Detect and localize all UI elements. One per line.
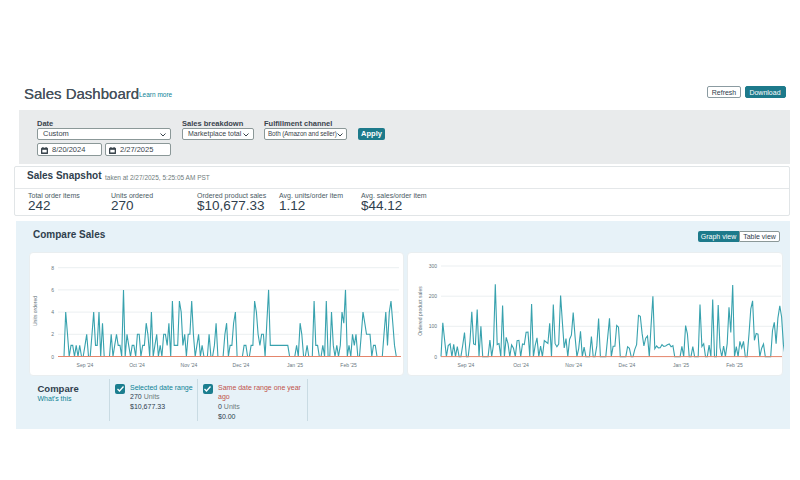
svg-text:Ordered product sales: Ordered product sales [417,286,423,336]
svg-text:Feb '25: Feb '25 [340,362,357,368]
svg-text:Units ordered: Units ordered [32,296,38,326]
svg-text:200: 200 [429,293,438,299]
svg-text:2: 2 [51,331,54,337]
svg-text:Dec '24: Dec '24 [233,362,250,368]
svg-text:0: 0 [434,354,437,360]
svg-text:100: 100 [429,323,438,329]
svg-text:Nov '24: Nov '24 [565,362,582,368]
svg-text:Oct '24: Oct '24 [513,362,529,368]
svg-text:8: 8 [51,265,54,271]
svg-text:Sep '24: Sep '24 [458,362,475,368]
svg-text:Feb '25: Feb '25 [726,362,743,368]
svg-text:Oct '24: Oct '24 [129,362,145,368]
svg-text:Sep '24: Sep '24 [77,362,94,368]
svg-text:6: 6 [51,287,54,293]
svg-text:300: 300 [429,263,438,269]
svg-text:Jan '25: Jan '25 [673,362,689,368]
svg-text:Nov '24: Nov '24 [181,362,198,368]
svg-text:Dec '24: Dec '24 [619,362,636,368]
svg-text:Jan '25: Jan '25 [287,362,303,368]
svg-text:0: 0 [51,354,54,360]
svg-text:4: 4 [51,309,54,315]
